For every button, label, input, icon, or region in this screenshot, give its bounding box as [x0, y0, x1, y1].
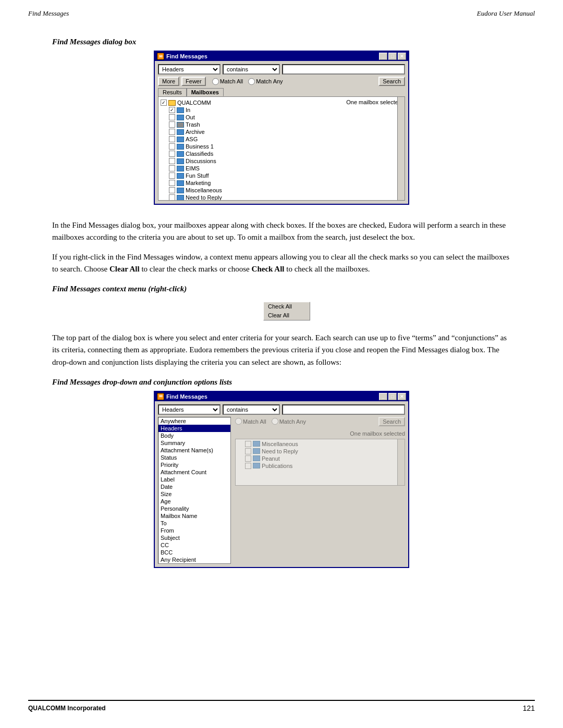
match-radio-group2: Match All Match Any [235, 418, 306, 425]
mb-checkbox[interactable] [169, 143, 175, 150]
dialog1-body: Headers contains More Fewer Match All [155, 61, 408, 204]
trash-icon [177, 122, 184, 128]
mb-checkbox[interactable] [169, 107, 175, 113]
search-textfield[interactable] [282, 64, 405, 75]
list-item: Miscellaneous [237, 440, 403, 448]
fewer-button[interactable]: Fewer [181, 77, 206, 86]
dropdown-size[interactable]: Size [158, 490, 230, 498]
mb-checkbox[interactable] [169, 180, 175, 186]
dropdown-priority[interactable]: Priority [158, 461, 230, 468]
dialog1-title-text: Find Messages [166, 53, 207, 59]
dropdown-date[interactable]: Date [158, 483, 230, 490]
mb-checkbox[interactable] [169, 194, 175, 201]
mailbox-list: QUALCOMM In Out [161, 99, 402, 201]
dropdown-headers[interactable]: Headers [158, 425, 230, 432]
scrollbar[interactable] [397, 97, 405, 200]
dialog2-container: ✉ Find Messages _ □ ✕ Headers contains [52, 391, 511, 577]
dialog2-body: Headers contains Anywhere Headers Body [155, 401, 408, 567]
footer-company: QUALCOMM Incorporated [28, 705, 106, 712]
section3-title: Find Messages drop-down and conjunction … [52, 378, 511, 387]
match-all-label[interactable]: Match All [212, 78, 243, 85]
match-all-label2[interactable]: Match All [235, 418, 266, 425]
match-any-label2[interactable]: Match Any [272, 418, 306, 425]
mb-checkbox[interactable] [161, 100, 167, 106]
mb-checkbox[interactable] [245, 455, 251, 462]
minimize-button[interactable]: _ [379, 53, 387, 60]
mailboxes-tab[interactable]: Mailboxes [187, 88, 224, 96]
match-all-text2: Match All [243, 418, 266, 425]
search-button[interactable]: Search [378, 77, 405, 86]
search-textfield2[interactable] [282, 404, 405, 415]
dropdown-age[interactable]: Age [158, 498, 230, 505]
mb-checkbox[interactable] [169, 165, 175, 171]
dropdown-status[interactable]: Status [158, 454, 230, 461]
mb-checkbox[interactable] [169, 158, 175, 164]
mb-checkbox[interactable] [169, 114, 175, 120]
match-all-radio2[interactable] [235, 418, 242, 425]
dropdown-to[interactable]: To [158, 520, 230, 527]
dropdown-summary[interactable]: Summary [158, 439, 230, 447]
mb-checkbox[interactable] [169, 129, 175, 135]
dialog2-right-side: Match All Match Any Search One mailbox s… [235, 417, 405, 564]
dropdown-any-recipient[interactable]: Any Recipient [158, 556, 230, 563]
mb-checkbox[interactable] [169, 172, 175, 179]
dropdown-from[interactable]: From [158, 527, 230, 534]
mb-checkbox[interactable] [245, 441, 251, 447]
match-any-radio2[interactable] [272, 418, 278, 425]
mailbox-label: Discussions [186, 158, 216, 164]
close-button2[interactable]: ✕ [398, 393, 406, 400]
context-menu: Check All Clear All [263, 302, 310, 320]
mailbox-label: Need to Reply [262, 448, 298, 454]
more-button[interactable]: More [158, 77, 179, 86]
dropdown-subject[interactable]: Subject [158, 534, 230, 541]
context-menu-container: Check All Clear All [52, 298, 511, 325]
headers-dropdown2[interactable]: Headers [158, 404, 221, 415]
dialog2-dropdown-area: Anywhere Headers Body Summary Attachment… [158, 417, 405, 564]
mb-checkbox[interactable] [169, 136, 175, 142]
maximize-button[interactable]: □ [388, 53, 397, 60]
dropdown-label[interactable]: Label [158, 476, 230, 483]
mailbox-label: In [186, 107, 190, 113]
mailbox-label: Archive [186, 129, 205, 135]
maximize-button2[interactable]: □ [388, 393, 397, 400]
contains-dropdown[interactable]: contains [223, 64, 280, 75]
check-all-menu-item[interactable]: Check All [264, 302, 310, 311]
dropdown-cc[interactable]: CC [158, 541, 230, 549]
mb-checkbox[interactable] [169, 121, 175, 128]
dropdown-attachment-count[interactable]: Attachment Count [158, 468, 230, 476]
match-any-label[interactable]: Match Any [248, 78, 283, 85]
section2-title: Find Messages context menu (right-click) [52, 285, 511, 293]
dropdown-mailbox-name[interactable]: Mailbox Name [158, 512, 230, 520]
results-tab[interactable]: Results [158, 88, 187, 96]
mb-checkbox[interactable] [169, 187, 175, 193]
mb-checkbox[interactable] [245, 463, 251, 469]
dialog1: ✉ Find Messages _ □ ✕ Headers contains [154, 51, 409, 205]
clear-all-menu-item[interactable]: Clear All [264, 311, 310, 320]
mailbox-label: Business 1 [186, 143, 214, 150]
mb-checkbox[interactable] [245, 448, 251, 454]
contains-dropdown2[interactable]: contains [223, 404, 280, 415]
mail-icon [177, 137, 184, 142]
mailbox-label: Miscellaneous [186, 187, 222, 193]
mb-checkbox[interactable] [169, 151, 175, 157]
mail-icon [177, 188, 184, 193]
scrollbar2[interactable] [397, 439, 405, 485]
headers-dropdown[interactable]: Headers [158, 64, 221, 75]
mailbox-label: QUALCOMM [177, 100, 211, 106]
mail-icon [253, 448, 260, 454]
search-button2[interactable]: Search [378, 417, 405, 426]
para2-bold1: Clear All [109, 265, 140, 273]
dropdown-anywhere[interactable]: Anywhere [158, 417, 230, 425]
dropdown-attachment-names[interactable]: Attachment Name(s) [158, 447, 230, 454]
match-any-radio[interactable] [248, 78, 255, 85]
dialog1-icon: ✉ [157, 53, 164, 60]
dropdown-body[interactable]: Body [158, 432, 230, 439]
dialog2-mailbox-partial: Miscellaneous Need to Reply Peanut [235, 439, 405, 486]
dialog2-title-text: Find Messages [166, 393, 207, 400]
dropdown-bcc[interactable]: BCC [158, 549, 230, 556]
dropdown-personality[interactable]: Personality [158, 505, 230, 512]
close-button[interactable]: ✕ [398, 53, 406, 60]
mail-icon [177, 144, 184, 150]
match-all-radio[interactable] [212, 78, 219, 85]
minimize-button2[interactable]: _ [379, 393, 387, 400]
